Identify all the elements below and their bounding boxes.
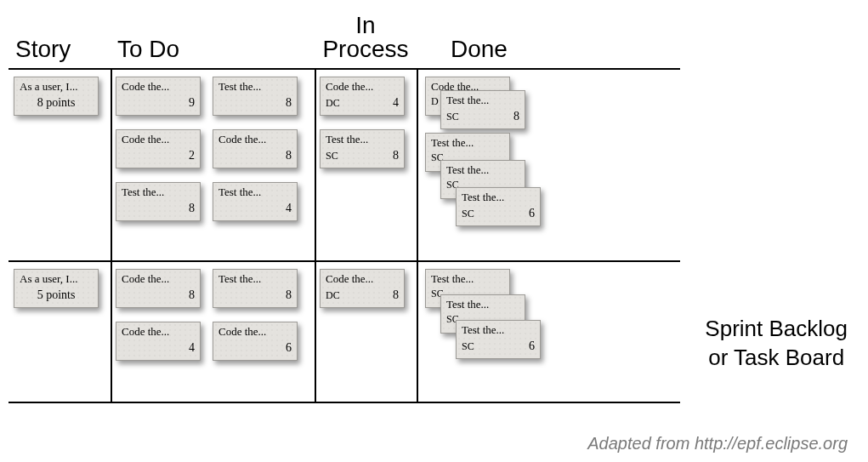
task-card[interactable]: Code the... DC4 bbox=[320, 77, 405, 116]
task-num: 8 bbox=[286, 96, 292, 109]
swimlane-2: As a user, I... 5 points Code the... 8 T… bbox=[9, 262, 680, 403]
story-points: 5 points bbox=[37, 288, 76, 301]
task-title: Code the... bbox=[122, 81, 195, 93]
col-header-story: Story bbox=[9, 36, 111, 66]
task-num: 2 bbox=[189, 149, 195, 162]
story-card[interactable]: As a user, I... 8 points bbox=[14, 77, 99, 116]
task-owner: SC bbox=[462, 341, 474, 352]
task-card[interactable]: Test the... SC8 bbox=[440, 90, 525, 129]
task-num: 8 bbox=[393, 149, 399, 162]
task-owner: DC bbox=[326, 290, 340, 301]
task-num: 8 bbox=[189, 288, 195, 301]
task-card[interactable]: Code the... DC8 bbox=[320, 269, 405, 308]
task-title: Test the... bbox=[218, 186, 292, 198]
column-header-row: Story To Do InProcess Done bbox=[9, 14, 680, 66]
task-title: Test the... bbox=[218, 81, 292, 93]
task-card[interactable]: Test the... 8 bbox=[213, 77, 298, 116]
task-card[interactable]: Code the... 4 bbox=[116, 322, 201, 361]
todo-cell: Code the... 9 Test the... 8 Code the... … bbox=[111, 70, 315, 260]
caption-line-2: or Task Board bbox=[705, 344, 848, 373]
todo-cell: Code the... 8 Test the... 8 Code the... … bbox=[111, 262, 315, 402]
done-stack: Code the... D Test the... SC8 Test the..… bbox=[422, 77, 667, 247]
task-title: Code the... bbox=[122, 273, 195, 285]
task-num: 4 bbox=[393, 96, 399, 109]
diagram-caption: Sprint Backlog or Task Board bbox=[705, 315, 848, 373]
task-title: Test the... bbox=[462, 324, 535, 336]
task-num: 8 bbox=[189, 202, 195, 214]
task-num: 6 bbox=[286, 341, 292, 354]
done-cell: Test the... SC Test the... SC Test the..… bbox=[417, 262, 672, 402]
task-title: Test the... bbox=[218, 273, 292, 285]
task-num: 6 bbox=[529, 339, 535, 352]
board-body: As a user, I... 8 points Code the... 9 T… bbox=[9, 70, 680, 403]
todo-grid: Code the... 9 Test the... 8 Code the... … bbox=[116, 77, 309, 221]
task-title: Code the... bbox=[122, 134, 195, 145]
story-title: As a user, I... bbox=[20, 81, 93, 93]
task-board: Story To Do InProcess Done As a user, I.… bbox=[9, 14, 680, 403]
col-header-todo: To Do bbox=[111, 36, 315, 66]
task-card[interactable]: Test the... SC8 bbox=[320, 129, 405, 168]
task-card[interactable]: Test the... SC6 bbox=[456, 320, 541, 359]
task-card[interactable]: Code the... 9 bbox=[116, 77, 201, 116]
task-title: Test the... bbox=[431, 137, 504, 149]
task-card[interactable]: Test the... 8 bbox=[116, 182, 201, 221]
caption-line-1: Sprint Backlog bbox=[705, 315, 848, 344]
inprocess-col: Code the... DC8 bbox=[320, 269, 411, 308]
task-title: Test the... bbox=[462, 191, 535, 203]
task-title: Code the... bbox=[218, 326, 292, 338]
task-num: 4 bbox=[286, 202, 292, 214]
task-title: Code the... bbox=[326, 273, 399, 285]
task-card[interactable]: Test the... 8 bbox=[213, 269, 298, 308]
task-owner: DC bbox=[326, 98, 340, 109]
task-owner: D bbox=[431, 96, 439, 107]
task-title: Code the... bbox=[122, 326, 195, 338]
task-owner: SC bbox=[446, 111, 459, 123]
story-card[interactable]: As a user, I... 5 points bbox=[14, 269, 99, 308]
task-num: 8 bbox=[513, 110, 519, 123]
task-num: 6 bbox=[529, 207, 535, 220]
task-card[interactable]: Test the... SC6 bbox=[456, 187, 541, 226]
task-num: 4 bbox=[189, 341, 195, 354]
task-num: 8 bbox=[286, 288, 292, 301]
done-stack: Test the... SC Test the... SC Test the..… bbox=[422, 269, 667, 388]
task-num: 8 bbox=[286, 149, 292, 162]
col-header-inprocess: InProcess bbox=[315, 14, 417, 66]
task-title: Test the... bbox=[326, 134, 399, 145]
done-cell: Code the... D Test the... SC8 Test the..… bbox=[417, 70, 672, 260]
attribution-text: Adapted from http://epf.eclipse.org bbox=[587, 434, 848, 453]
story-cell: As a user, I... 5 points bbox=[9, 262, 111, 402]
inprocess-cell: Code the... DC8 bbox=[315, 262, 417, 402]
swimlane-1: As a user, I... 8 points Code the... 9 T… bbox=[9, 70, 680, 262]
task-card[interactable]: Code the... 2 bbox=[116, 129, 201, 168]
task-owner: SC bbox=[462, 208, 474, 220]
task-title: Code the... bbox=[326, 81, 399, 93]
col-header-inprocess-label: InProcess bbox=[322, 14, 408, 61]
story-points: 8 points bbox=[37, 96, 76, 109]
task-title: Test the... bbox=[431, 273, 504, 285]
task-title: Code the... bbox=[218, 134, 292, 145]
task-card[interactable]: Code the... 8 bbox=[213, 129, 298, 168]
task-card[interactable]: Test the... 4 bbox=[213, 182, 298, 221]
inprocess-cell: Code the... DC4 Test the... SC8 bbox=[315, 70, 417, 260]
story-title: As a user, I... bbox=[20, 273, 93, 285]
todo-grid: Code the... 8 Test the... 8 Code the... … bbox=[116, 269, 309, 361]
task-card[interactable]: Code the... 6 bbox=[213, 322, 298, 361]
story-cell: As a user, I... 8 points bbox=[9, 70, 111, 260]
task-title: Test the... bbox=[446, 164, 519, 176]
task-owner: SC bbox=[326, 151, 338, 162]
col-header-done: Done bbox=[417, 36, 672, 66]
task-title: Test the... bbox=[122, 186, 195, 198]
task-num: 9 bbox=[189, 96, 195, 109]
inprocess-col: Code the... DC4 Test the... SC8 bbox=[320, 77, 411, 168]
task-num: 8 bbox=[393, 288, 399, 301]
task-title: Test the... bbox=[446, 94, 519, 106]
task-title: Test the... bbox=[446, 299, 519, 311]
task-card[interactable]: Code the... 8 bbox=[116, 269, 201, 308]
